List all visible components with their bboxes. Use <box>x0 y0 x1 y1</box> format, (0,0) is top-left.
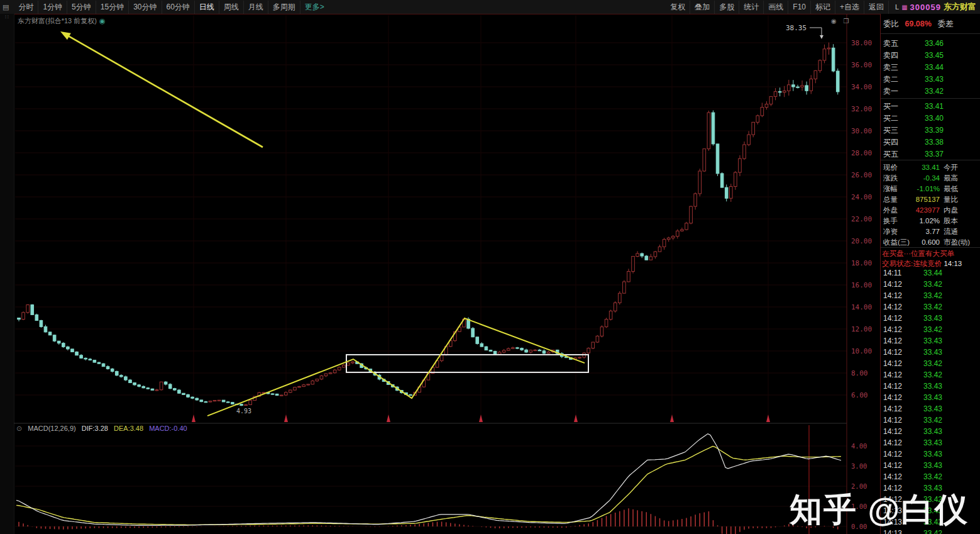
candle-up <box>502 350 505 352</box>
candle-down <box>62 343 65 347</box>
candle-down <box>31 305 34 315</box>
candle-up <box>596 336 599 342</box>
candle-up <box>440 355 443 360</box>
price-axis-label: 20.00 <box>851 237 872 245</box>
candle-up <box>783 91 786 92</box>
candle-down <box>222 400 225 402</box>
candle-up <box>343 365 346 367</box>
candle-up <box>600 327 603 337</box>
candle-down <box>164 382 167 384</box>
candle-down <box>516 348 519 348</box>
candle-down <box>75 352 79 355</box>
candle-down <box>168 384 172 389</box>
candle-up <box>698 171 702 194</box>
candle-down <box>35 314 38 320</box>
macd-layer <box>16 434 841 534</box>
candle-up <box>155 390 158 391</box>
candle-up <box>685 223 688 230</box>
candle-down <box>275 394 278 395</box>
candles-layer <box>18 43 839 406</box>
candle-down <box>641 253 644 256</box>
candle-up <box>512 348 515 348</box>
candle-up <box>681 230 684 231</box>
candle-up <box>529 350 532 352</box>
candle-up <box>614 303 617 311</box>
candle-down <box>231 403 234 404</box>
low-price-label: 4.93 <box>236 408 251 414</box>
candle-up <box>26 305 30 313</box>
candle-down <box>115 371 118 375</box>
candle-down <box>106 367 109 369</box>
candle-up <box>827 48 830 49</box>
time-tick-marker <box>670 414 674 422</box>
candle-up <box>347 363 350 365</box>
high-label-connector <box>810 28 822 36</box>
candle-up <box>498 352 501 354</box>
candle-up <box>547 352 550 353</box>
candle-up <box>217 400 221 401</box>
watermark: 知乎 @白仪 <box>790 488 969 532</box>
chart-canvas[interactable]: 38.0036.0034.0032.0030.0028.0026.0024.00… <box>0 0 980 534</box>
candle-up <box>734 172 737 186</box>
time-tick-marker <box>766 414 770 422</box>
candle-up <box>316 379 319 381</box>
candle-up <box>730 187 733 199</box>
candle-down <box>485 347 488 350</box>
candle-down <box>44 326 47 332</box>
time-tick-marker <box>574 414 578 422</box>
candle-up <box>507 348 510 350</box>
price-axis-label: 38.00 <box>851 39 872 47</box>
price-axis-label: 26.00 <box>851 171 872 179</box>
grid-layer <box>14 14 847 534</box>
annotation-arrow-head <box>60 31 71 40</box>
candle-up <box>619 293 622 303</box>
candle-down <box>489 350 492 352</box>
candle-up <box>280 395 283 396</box>
candle-up <box>22 313 25 320</box>
time-tick-marker <box>284 414 288 422</box>
macd-indicator-label: MACD(12,26,9) <box>28 425 75 432</box>
candle-down <box>520 348 524 350</box>
candle-down <box>538 350 541 350</box>
candle-up <box>739 159 742 172</box>
candle-down <box>836 71 839 92</box>
candle-up <box>690 206 693 223</box>
candle-up <box>294 387 297 390</box>
price-axis-label: 36.00 <box>851 61 872 69</box>
candle-up <box>213 401 216 401</box>
candle-up <box>676 231 680 236</box>
candle-up <box>765 104 768 108</box>
candle-up <box>623 282 626 293</box>
candle-up <box>534 350 537 350</box>
candle-up <box>324 374 328 375</box>
time-tick-marker <box>192 414 195 422</box>
candle-up <box>302 385 306 387</box>
candle-up <box>329 373 332 374</box>
consolidation-box <box>346 355 588 372</box>
candle-up <box>663 240 666 247</box>
candle-up <box>338 367 341 370</box>
candle-up <box>160 382 163 390</box>
candle-down <box>142 386 145 387</box>
candle-down <box>129 380 132 382</box>
candle-up <box>289 390 292 392</box>
candle-up <box>587 348 590 353</box>
candle-down <box>240 404 243 406</box>
candle-down <box>93 360 96 362</box>
candle-down <box>271 394 274 394</box>
chart-corner-icons[interactable]: ◉ ❐ <box>831 18 851 25</box>
axis-labels-layer: 38.0036.0034.0032.0030.0028.0026.0024.00… <box>851 39 872 530</box>
collapse-icon[interactable]: ⊙ <box>16 425 22 432</box>
candle-down <box>182 393 185 394</box>
candle-up <box>605 320 608 327</box>
candle-up <box>707 113 710 149</box>
trading-terminal-window: 38.0036.0034.0032.0030.0028.0026.0024.00… <box>0 0 980 534</box>
candle-up <box>592 342 595 348</box>
candle-up <box>756 116 759 122</box>
candle-down <box>645 256 648 260</box>
candle-down <box>71 349 74 352</box>
candle-up <box>245 404 248 405</box>
candle-up <box>814 70 817 79</box>
candle-down <box>195 398 199 400</box>
candle-down <box>138 385 141 386</box>
